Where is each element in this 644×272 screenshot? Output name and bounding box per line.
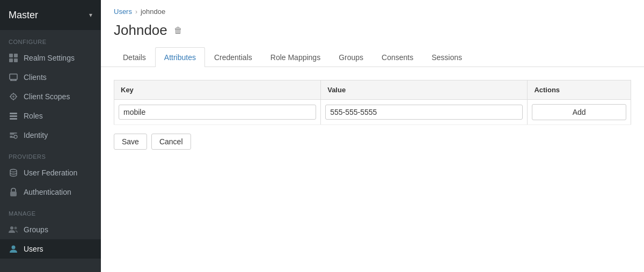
breadcrumb-current: johndoe	[141, 8, 165, 16]
save-button[interactable]: Save	[114, 134, 147, 150]
sidebar-item-label: Clients	[24, 73, 47, 82]
col-value-header: Value	[321, 80, 528, 100]
sidebar-item-label: Authentication	[24, 188, 71, 196]
sidebar-item-user-federation[interactable]: User Federation	[0, 163, 101, 182]
lock-icon	[9, 187, 18, 197]
actions-cell: Add	[528, 100, 631, 125]
tab-credentials[interactable]: Credentials	[205, 47, 261, 67]
tab-role-mappings[interactable]: Role Mappings	[261, 47, 330, 67]
page-title: Johndoe	[114, 22, 167, 39]
svg-rect-12	[10, 192, 17, 196]
svg-rect-3	[14, 58, 18, 62]
tabs-bar: Details Attributes Credentials Role Mapp…	[101, 47, 644, 67]
svg-rect-9	[10, 118, 17, 120]
svg-rect-2	[9, 58, 13, 62]
add-button[interactable]: Add	[532, 104, 626, 120]
svg-rect-1	[14, 54, 18, 57]
sidebar-item-label: Groups	[24, 225, 48, 234]
svg-rect-7	[10, 113, 17, 114]
key-input[interactable]	[119, 105, 316, 120]
sidebar-item-clients[interactable]: Clients	[0, 68, 101, 87]
attributes-content: Key Value Actions Add	[101, 67, 644, 163]
grid-icon	[9, 53, 18, 63]
user-icon	[9, 244, 18, 254]
groups-icon	[9, 225, 18, 234]
client-scopes-icon	[9, 92, 18, 101]
sidebar-item-groups[interactable]: Groups	[0, 220, 101, 239]
svg-point-14	[14, 227, 17, 230]
sidebar-item-authentication[interactable]: Authentication	[0, 182, 101, 202]
tab-sessions[interactable]: Sessions	[422, 47, 471, 67]
svg-point-11	[10, 170, 17, 172]
svg-rect-4	[10, 74, 17, 79]
tab-consents[interactable]: Consents	[372, 47, 422, 67]
tab-attributes[interactable]: Attributes	[155, 47, 205, 67]
svg-rect-8	[10, 115, 17, 117]
db-icon	[9, 168, 18, 178]
sidebar-item-roles[interactable]: Roles	[0, 106, 101, 126]
attributes-table: Key Value Actions Add	[114, 80, 631, 125]
sidebar-item-label: Realm Settings	[24, 54, 75, 62]
tab-groups[interactable]: Groups	[330, 47, 372, 67]
configure-section-label: Configure	[0, 30, 101, 48]
sidebar-item-label: Client Scopes	[24, 92, 70, 101]
tab-details[interactable]: Details	[114, 47, 155, 67]
master-dropdown[interactable]: Master ▾	[0, 0, 101, 30]
sidebar-item-label: Roles	[24, 112, 43, 120]
clients-icon	[9, 72, 18, 82]
delete-icon[interactable]: 🗑	[174, 26, 182, 35]
roles-icon	[9, 111, 18, 121]
cancel-button[interactable]: Cancel	[151, 134, 191, 150]
value-input[interactable]	[325, 105, 523, 120]
providers-section-label: Providers	[0, 145, 101, 163]
table-row: Add	[114, 100, 631, 125]
master-label: Master	[9, 10, 38, 21]
sidebar-item-label: Identity	[24, 131, 48, 139]
svg-rect-0	[9, 54, 13, 57]
sidebar-item-label: User Federation	[24, 168, 77, 177]
chevron-down-icon: ▾	[89, 11, 92, 19]
sidebar-item-identity[interactable]: Identity	[0, 126, 101, 145]
sidebar-item-client-scopes[interactable]: Client Scopes	[0, 87, 101, 106]
svg-point-10	[14, 135, 17, 138]
manage-section-label: Manage	[0, 202, 101, 220]
col-key-header: Key	[114, 80, 321, 100]
breadcrumb: Users › johndoe	[101, 0, 644, 20]
svg-point-6	[12, 95, 14, 98]
breadcrumb-separator: ›	[135, 8, 137, 16]
svg-point-15	[12, 246, 16, 249]
action-buttons: Save Cancel	[114, 134, 631, 150]
col-actions-header: Actions	[528, 80, 631, 100]
value-cell	[321, 100, 528, 125]
svg-point-13	[10, 226, 13, 230]
sidebar: Master ▾ Configure Realm Settings Client…	[0, 0, 101, 272]
breadcrumb-users-link[interactable]: Users	[114, 8, 132, 16]
main-content: Users › johndoe Johndoe 🗑 Details Attrib…	[101, 0, 644, 272]
sidebar-item-realm-settings[interactable]: Realm Settings	[0, 48, 101, 68]
key-cell	[114, 100, 321, 125]
identity-icon	[9, 130, 18, 140]
sidebar-item-label: Users	[24, 245, 43, 253]
sidebar-item-users[interactable]: Users	[0, 239, 101, 259]
page-header: Johndoe 🗑	[101, 20, 644, 47]
